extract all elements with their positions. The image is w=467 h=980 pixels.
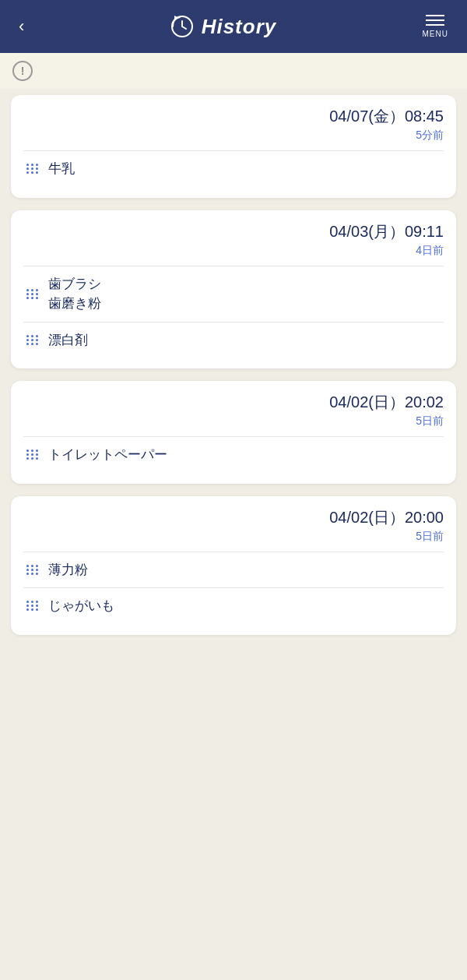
list-item: 漂白剤 [23,322,444,358]
card-3-relative-time: 5日前 [23,414,444,428]
item-line-2: 歯磨き粉 [48,294,101,314]
grid-icon [26,289,39,299]
history-card-3: 04/02(日）20:02 5日前 トイレットペーパー [11,381,456,484]
history-card-1: 04/07(金）08:45 5分前 牛乳 [11,95,456,198]
history-icon [170,15,194,38]
card-4-datetime: 04/02(日）20:00 [23,507,444,528]
item-line-1: 歯ブラシ [48,274,101,294]
back-button[interactable]: ‹ [12,10,30,43]
app-header: ‹ History MENU [0,0,467,53]
item-text: トイレットペーパー [48,445,167,465]
menu-lines-icon [426,15,444,26]
item-text: じゃがいも [48,596,114,616]
grid-icon [26,565,39,575]
menu-button[interactable]: MENU [416,9,455,44]
card-4-relative-time: 5日前 [23,530,444,544]
list-item: 薄力粉 [23,552,444,588]
history-card-4: 04/02(日）20:00 5日前 薄力粉 じゃがいも [11,496,456,635]
grid-icon [26,601,39,611]
card-2-items: 歯ブラシ 歯磨き粉 漂白剤 [23,266,444,358]
list-item: 牛乳 [23,150,444,187]
history-list: 04/07(金）08:45 5分前 牛乳 04/03(月）09:11 4日前 [0,89,467,641]
info-bar: ! [0,53,467,89]
card-4-items: 薄力粉 じゃがいも [23,552,444,624]
page-title: History [202,15,277,39]
grid-icon [26,164,39,174]
history-card-2: 04/03(月）09:11 4日前 歯ブラシ 歯磨き粉 [11,210,456,369]
item-text: 漂白剤 [48,330,88,351]
card-1-datetime: 04/07(金）08:45 [23,106,444,127]
card-4-header: 04/02(日）20:00 5日前 [23,507,444,544]
list-item: トイレットペーパー [23,436,444,473]
header-title-group: History [170,15,277,39]
card-1-items: 牛乳 [23,150,444,187]
card-3-datetime: 04/02(日）20:02 [23,392,444,413]
grid-icon [26,335,39,345]
card-1-relative-time: 5分前 [23,129,444,143]
card-2-datetime: 04/03(月）09:11 [23,221,444,242]
card-3-items: トイレットペーパー [23,436,444,473]
item-text-multi: 歯ブラシ 歯磨き粉 [48,274,101,314]
grid-icon [26,449,39,460]
item-text: 牛乳 [48,159,75,179]
info-icon: ! [12,61,33,81]
card-2-header: 04/03(月）09:11 4日前 [23,221,444,258]
card-3-header: 04/02(日）20:02 5日前 [23,392,444,428]
list-item: 歯ブラシ 歯磨き粉 [23,266,444,322]
list-item: じゃがいも [23,587,444,624]
card-1-header: 04/07(金）08:45 5分前 [23,106,444,143]
item-text: 薄力粉 [48,560,88,580]
card-2-relative-time: 4日前 [23,244,444,258]
menu-label: MENU [423,30,448,38]
